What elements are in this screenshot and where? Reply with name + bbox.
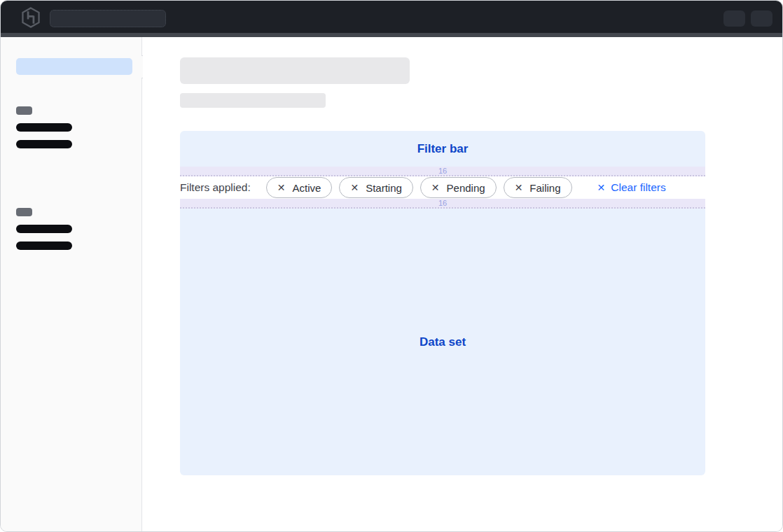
clear-filters-label: Clear filters <box>611 181 665 194</box>
header-action-button-2[interactable] <box>751 10 772 27</box>
sidebar-nav-item[interactable] <box>16 225 72 233</box>
clear-filters-link[interactable]: ✕ Clear filters <box>597 181 666 194</box>
sidebar-section-label-1 <box>16 106 32 115</box>
page-title-placeholder <box>180 57 410 84</box>
filter-bar-region: Filter bar <box>180 131 705 167</box>
filter-pill-label: Active <box>293 182 321 194</box>
filter-pill-starting[interactable]: ✕ Starting <box>339 177 413 198</box>
header-action-button-1[interactable] <box>723 10 745 27</box>
spacing-annotation-bottom: 16 <box>180 199 705 209</box>
spacing-value: 16 <box>438 167 447 175</box>
hashicorp-logo-icon <box>21 7 41 28</box>
x-icon: ✕ <box>597 182 606 193</box>
filter-pill-label: Pending <box>447 182 485 194</box>
sidebar <box>1 37 142 531</box>
dismiss-x-icon[interactable]: ✕ <box>431 182 440 193</box>
applied-filters-row: Filters applied: ✕ Active ✕ Starting ✕ P… <box>180 176 705 199</box>
spacing-annotation-top: 16 <box>180 167 705 176</box>
filter-pill-pending[interactable]: ✕ Pending <box>420 177 497 198</box>
sidebar-nav-item[interactable] <box>16 123 72 132</box>
filter-bar-region-label: Filter bar <box>417 142 469 156</box>
sidebar-nav-item[interactable] <box>16 140 72 148</box>
data-set-region: Data set <box>180 209 705 475</box>
filter-pill-label: Starting <box>366 182 402 194</box>
filter-pill-label: Failing <box>529 182 560 194</box>
nav-search-placeholder <box>50 10 166 27</box>
data-set-region-label: Data set <box>420 335 466 349</box>
top-nav-bar <box>1 1 782 33</box>
sidebar-nav-item[interactable] <box>16 241 72 250</box>
filter-pattern-figure: Filter bar 16 Filters applied: ✕ Active … <box>180 131 705 475</box>
dismiss-x-icon[interactable]: ✕ <box>515 182 523 193</box>
filter-pill-active[interactable]: ✕ Active <box>266 177 333 198</box>
main-content: Filter bar 16 Filters applied: ✕ Active … <box>143 37 782 531</box>
dismiss-x-icon[interactable]: ✕ <box>350 182 359 193</box>
app-window: Filter bar 16 Filters applied: ✕ Active … <box>0 0 783 532</box>
spacing-value: 16 <box>438 200 447 207</box>
filters-applied-label: Filters applied: <box>180 181 251 194</box>
filter-pill-failing[interactable]: ✕ Failing <box>504 177 572 198</box>
page-subtitle-placeholder <box>180 93 326 108</box>
sidebar-section-label-2 <box>16 208 32 216</box>
sidebar-selected-item[interactable] <box>16 58 132 75</box>
dismiss-x-icon[interactable]: ✕ <box>277 182 286 193</box>
